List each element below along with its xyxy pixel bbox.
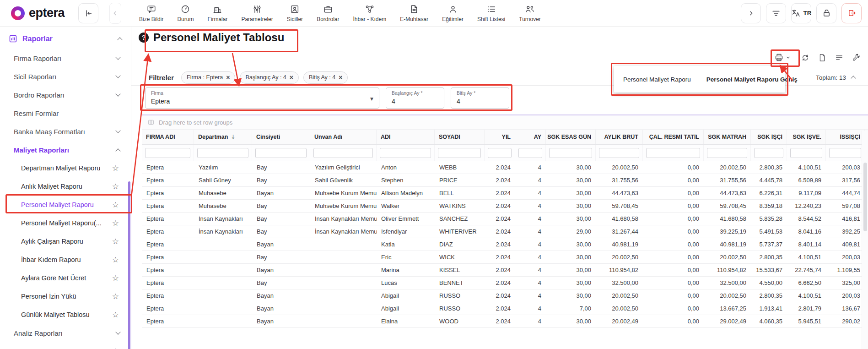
- sidebar-section-raporlar[interactable]: Raporlar: [0, 27, 131, 49]
- table-row[interactable]: Epteraİnsan KaynaklarıBayİnsan Kaynaklar…: [142, 213, 868, 225]
- print-button[interactable]: [774, 53, 791, 62]
- column-header[interactable]: AYLIK BRÜT: [596, 130, 643, 144]
- sidebar-subitem[interactable]: Personel Maliyet Raporu☆: [0, 196, 131, 214]
- table-row[interactable]: EpteraBayanElainaWOOD2.024430,0020.002,4…: [142, 315, 868, 328]
- table-row[interactable]: EpteraBayanMarinaKISSEL2.024430,00110.95…: [142, 264, 868, 277]
- column-header[interactable]: Ünvan Adı: [310, 130, 377, 144]
- column-filter-input[interactable]: [707, 148, 747, 158]
- column-filter-input[interactable]: [380, 148, 431, 158]
- refresh-button[interactable]: [801, 53, 810, 62]
- column-filter-input[interactable]: [518, 148, 542, 158]
- language-button[interactable]: TR: [791, 3, 811, 23]
- sidebar-subitem[interactable]: ☆: [0, 342, 131, 349]
- help-icon[interactable]: ?: [139, 33, 149, 43]
- sidebar-item[interactable]: Analiz Raporları: [0, 324, 131, 342]
- star-icon[interactable]: ☆: [112, 311, 119, 319]
- column-header[interactable]: İSSİŞÇİ: [826, 130, 865, 144]
- end-month-field[interactable]: Bitiş Ay * 4: [451, 87, 509, 109]
- column-header[interactable]: AY: [515, 130, 546, 144]
- row-group-dropzone[interactable]: Drag here to set row groups: [142, 115, 868, 130]
- topbar-nav-item[interactable]: İhbar - Kıdem: [346, 4, 393, 22]
- star-icon[interactable]: ☆: [112, 274, 119, 282]
- sidebar-subitem[interactable]: Personel Maliyet Raporu(...☆: [0, 214, 131, 232]
- sidebar-subitem[interactable]: Personel İzin Yükü☆: [0, 287, 131, 305]
- column-header[interactable]: SGK ESAS GÜN: [546, 130, 596, 144]
- table-row[interactable]: Epteraİnsan KaynaklarıBayİnsan Kaynaklar…: [142, 225, 868, 238]
- column-filter-input[interactable]: [646, 148, 700, 158]
- sidebar-subitem[interactable]: Aylık Çalışan Raporu☆: [0, 232, 131, 251]
- sidebar-item[interactable]: Resmi Formlar: [0, 104, 131, 122]
- filter-menu-button[interactable]: [766, 3, 786, 23]
- nav-scroll-right-button[interactable]: [741, 3, 761, 23]
- star-icon[interactable]: ☆: [112, 183, 119, 191]
- star-icon[interactable]: ☆: [112, 348, 119, 349]
- topbar-nav-item[interactable]: Eğitimler: [435, 4, 470, 22]
- sidebar-scrollbar[interactable]: [128, 181, 130, 349]
- list-settings-button[interactable]: [835, 53, 844, 62]
- column-filter-input[interactable]: [549, 148, 592, 158]
- table-row[interactable]: EpteraBayLucasBENNET2.024430,0032.500,00…: [142, 277, 868, 289]
- chip-close-icon[interactable]: ×: [226, 74, 230, 81]
- topbar-nav-item[interactable]: Siciller: [280, 4, 310, 22]
- sidebar-item[interactable]: Sicil Raporları: [0, 67, 131, 86]
- topbar-nav-item[interactable]: Durum: [170, 4, 200, 22]
- table-row[interactable]: EpteraMuhasebeBayanMuhsebe Kurum MemuruA…: [142, 187, 868, 200]
- grid-scrollbar-thumb[interactable]: [863, 163, 867, 231]
- column-filter-input[interactable]: [599, 148, 639, 158]
- column-header[interactable]: Cinsiyeti: [252, 130, 310, 144]
- firma-select[interactable]: Firma Eptera ▼: [145, 87, 379, 109]
- star-icon[interactable]: ☆: [112, 293, 119, 300]
- settings-wrench-button[interactable]: [852, 53, 861, 62]
- sidebar-item[interactable]: Bordro Raporları: [0, 86, 131, 104]
- star-icon[interactable]: ☆: [112, 238, 119, 245]
- topbar-nav-item[interactable]: Bize Bildir: [132, 4, 170, 22]
- column-filter-input[interactable]: [438, 148, 481, 158]
- column-filter-input[interactable]: [145, 148, 190, 158]
- menu-item[interactable]: Personel Maliyet Raporu: [623, 76, 691, 83]
- table-row[interactable]: EpteraMuhasebeBayMuhsebe Kurum MemuruWal…: [142, 200, 868, 213]
- column-header[interactable]: SGK İŞVE.: [787, 130, 826, 144]
- sidebar-subitem[interactable]: Departman Maliyet Raporu☆: [0, 159, 131, 177]
- column-header[interactable]: YIL: [485, 130, 515, 144]
- menu-item[interactable]: Personel Maliyet Raporu Geniş: [706, 76, 798, 83]
- column-header[interactable]: Departman↓: [194, 130, 252, 144]
- sidebar-collapse-button[interactable]: [78, 3, 98, 23]
- table-row[interactable]: EpteraSahil GüneyBaySahil GüvenlikStephe…: [142, 174, 868, 187]
- column-filter-input[interactable]: [197, 148, 248, 158]
- export-file-button[interactable]: [818, 53, 827, 62]
- sidebar-item[interactable]: Maliyet Raporları: [0, 141, 131, 159]
- topbar-nav-item[interactable]: Firmalar: [200, 4, 234, 22]
- sidebar-subitem[interactable]: Anlık Maliyet Raporu☆: [0, 177, 131, 196]
- sidebar-subitem[interactable]: Günlük Maliyet Tablosu☆: [0, 305, 131, 324]
- sidebar-item[interactable]: Firma Raporları: [0, 49, 131, 67]
- logout-button[interactable]: [841, 3, 862, 23]
- grid-scrollbar[interactable]: [862, 131, 868, 349]
- topbar-nav-item[interactable]: Shift Listesi: [470, 4, 512, 22]
- column-filter-input[interactable]: [313, 148, 373, 158]
- column-filter-input[interactable]: [488, 148, 512, 158]
- topbar-nav-item[interactable]: E-Muhtasar: [393, 4, 435, 22]
- sidebar-item[interactable]: Banka Maaş Formatları: [0, 122, 131, 141]
- start-month-field[interactable]: Başlangıç Ay * 4: [386, 87, 444, 109]
- column-header[interactable]: SOYADI: [435, 130, 485, 144]
- sidebar-subitem[interactable]: İhbar Kıdem Raporu☆: [0, 251, 131, 269]
- column-header[interactable]: FIRMA ADI: [142, 130, 194, 144]
- topbar-nav-item[interactable]: Parametreler: [234, 4, 280, 22]
- table-row[interactable]: EpteraBayanAbigailRUSSO2.024430,0020.002…: [142, 289, 868, 302]
- chip-close-icon[interactable]: ×: [339, 74, 342, 81]
- table-row[interactable]: EpteraBayanKatiaDIAZ2.024430,0040.981,19…: [142, 238, 868, 251]
- chip-close-icon[interactable]: ×: [290, 74, 293, 81]
- lock-button[interactable]: [816, 3, 836, 23]
- column-header[interactable]: ÇAL. RESMİ TATİL: [643, 130, 704, 144]
- topbar-nav-item[interactable]: Bordrolar: [310, 4, 346, 22]
- star-icon[interactable]: ☆: [112, 164, 119, 172]
- panel-collapse-chevron-icon[interactable]: [851, 76, 856, 81]
- column-filter-input[interactable]: [255, 148, 307, 158]
- column-filter-input[interactable]: [790, 148, 822, 158]
- star-icon[interactable]: ☆: [112, 201, 119, 209]
- nav-scroll-left-button[interactable]: [109, 3, 121, 24]
- star-icon[interactable]: ☆: [112, 256, 119, 264]
- topbar-nav-item[interactable]: Turnover: [512, 4, 548, 22]
- column-header[interactable]: SGK İŞÇİ: [751, 130, 787, 144]
- column-filter-input[interactable]: [829, 148, 861, 158]
